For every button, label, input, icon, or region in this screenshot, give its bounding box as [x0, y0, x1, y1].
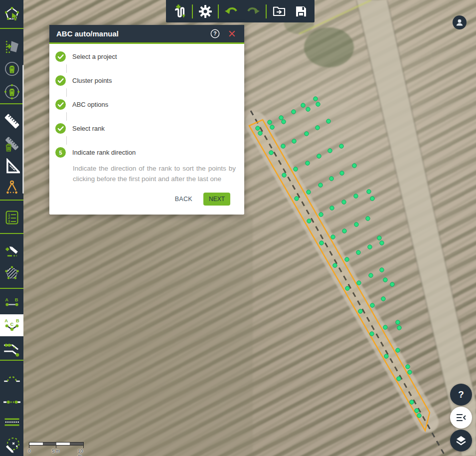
cluster-point[interactable]: [396, 348, 400, 352]
close-icon[interactable]: [226, 28, 237, 39]
cluster-point[interactable]: [417, 414, 421, 418]
cluster-point[interactable]: [354, 194, 358, 198]
cluster-point[interactable]: [319, 213, 323, 217]
cluster-point[interactable]: [370, 332, 374, 336]
cluster-point[interactable]: [397, 326, 401, 330]
cluster-point[interactable]: [380, 268, 384, 272]
cluster-point[interactable]: [354, 223, 358, 227]
cluster-point[interactable]: [357, 281, 361, 285]
cluster-point[interactable]: [294, 167, 298, 171]
cluster-point[interactable]: [396, 320, 400, 324]
redo-button[interactable]: [244, 2, 263, 21]
abc-line-tool-active[interactable]: ABC: [0, 314, 23, 336]
cluster-point[interactable]: [333, 263, 337, 267]
cluster-point[interactable]: [269, 151, 273, 155]
cluster-point[interactable]: [306, 107, 310, 111]
cluster-point[interactable]: [377, 236, 381, 240]
cluster-point[interactable]: [279, 116, 283, 120]
cluster-point[interactable]: [370, 303, 374, 307]
cluster-point[interactable]: [331, 235, 335, 239]
cluster-point[interactable]: [406, 365, 410, 369]
ab-line-tool[interactable]: AB: [0, 292, 23, 314]
new-parcel-logo-button[interactable]: [170, 2, 189, 21]
cluster-point[interactable]: [305, 132, 309, 136]
cluster-point[interactable]: [415, 409, 419, 413]
settings-button[interactable]: [196, 2, 215, 21]
cluster-point[interactable]: [292, 139, 296, 143]
cluster-point[interactable]: [358, 309, 362, 313]
cluster-point[interactable]: [292, 110, 296, 114]
cluster-point[interactable]: [381, 297, 385, 301]
cluster-point[interactable]: [314, 97, 317, 101]
cluster-point[interactable]: [301, 103, 305, 107]
cluster-point[interactable]: [383, 325, 387, 329]
cluster-point[interactable]: [356, 250, 360, 254]
cluster-point[interactable]: [397, 377, 401, 381]
cluster-point[interactable]: [268, 120, 272, 124]
layers-fab[interactable]: [450, 430, 472, 452]
cluster-point[interactable]: [369, 273, 373, 277]
draw-add-tool[interactable]: [0, 240, 23, 262]
back-button[interactable]: BACK: [175, 196, 192, 203]
cluster-point[interactable]: [318, 183, 322, 187]
delete-feature-tool[interactable]: [0, 58, 23, 80]
parallel-rows-tool[interactable]: [0, 411, 23, 433]
measure-ruler-tool[interactable]: [0, 110, 23, 132]
cluster-point[interactable]: [282, 120, 286, 124]
cluster-point[interactable]: [339, 144, 343, 148]
help-fab[interactable]: ?: [450, 384, 472, 406]
cluster-point[interactable]: [383, 278, 387, 282]
cluster-point[interactable]: [330, 206, 334, 210]
undo-button[interactable]: [222, 2, 241, 21]
cluster-point[interactable]: [258, 131, 262, 135]
help-circle-icon[interactable]: ?: [209, 28, 220, 39]
next-button[interactable]: NEXT: [203, 193, 230, 206]
cluster-point[interactable]: [329, 177, 333, 181]
cluster-point[interactable]: [328, 149, 332, 153]
cluster-point[interactable]: [352, 164, 356, 168]
sidebar-scrollbar[interactable]: [22, 65, 24, 194]
rank-list-tool[interactable]: 123: [0, 207, 23, 228]
cluster-point[interactable]: [340, 171, 344, 175]
save-button[interactable]: [292, 2, 311, 21]
dialog-header[interactable]: ABC auto/manual ?: [49, 25, 244, 44]
cluster-point[interactable]: [326, 119, 330, 123]
delete-points-tool[interactable]: [0, 81, 23, 103]
cluster-point[interactable]: [319, 241, 323, 245]
cluster-point[interactable]: [384, 354, 388, 358]
cluster-point[interactable]: [390, 282, 394, 286]
collapse-menu-fab[interactable]: [450, 407, 472, 429]
cluster-point[interactable]: [345, 257, 349, 261]
user-avatar-button[interactable]: [453, 15, 467, 29]
set-square-tool[interactable]: [0, 155, 23, 177]
cluster-point[interactable]: [410, 400, 414, 404]
cluster-point[interactable]: [307, 219, 311, 223]
cluster-point[interactable]: [408, 370, 412, 374]
cluster-point[interactable]: [367, 190, 371, 194]
cluster-point[interactable]: [316, 102, 320, 106]
cluster-point[interactable]: [316, 126, 319, 130]
cluster-point[interactable]: [295, 197, 299, 201]
cluster-point[interactable]: [256, 126, 260, 130]
cluster-point[interactable]: [345, 286, 349, 290]
arc-dashed-tool[interactable]: [0, 367, 23, 389]
cluster-point[interactable]: [306, 161, 310, 165]
cluster-point[interactable]: [342, 229, 346, 233]
cluster-point[interactable]: [370, 197, 374, 201]
compass-spacing-tool[interactable]: [0, 176, 23, 198]
add-polygon-points-tool[interactable]: [0, 35, 23, 57]
cluster-point[interactable]: [282, 173, 286, 177]
open-project-button[interactable]: [270, 2, 289, 21]
cluster-point[interactable]: [380, 241, 384, 245]
dot-dash-line-tool[interactable]: [0, 391, 23, 413]
selected-rank-polygon[interactable]: [249, 120, 430, 431]
cluster-point[interactable]: [281, 144, 285, 148]
cluster-point[interactable]: [270, 125, 274, 129]
offset-lines-tool[interactable]: [0, 337, 23, 359]
cluster-point[interactable]: [307, 190, 311, 194]
magic-wand-tool[interactable]: [0, 434, 23, 456]
cluster-point[interactable]: [317, 154, 321, 158]
select-polygon-tool[interactable]: [0, 3, 23, 25]
cluster-point[interactable]: [368, 245, 372, 249]
cluster-point[interactable]: [366, 217, 370, 221]
